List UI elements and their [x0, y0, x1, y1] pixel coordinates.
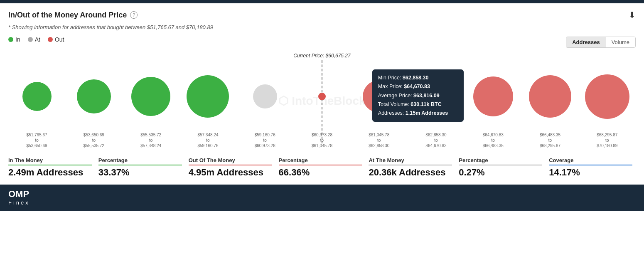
tooltip-vol-label: Total Volume:: [378, 101, 409, 107]
x-label-7: $62,858.30to$64,670.83: [408, 132, 465, 148]
bubble-1: [77, 79, 111, 113]
stats-row: In The Money 2.49m Addresses Percentage …: [8, 152, 636, 178]
bubble-col-9: [521, 75, 578, 118]
bubble-col-4: [236, 84, 293, 108]
stat-value-out-pct: 66.36%: [279, 167, 362, 178]
stat-value-at-pct: 0.27%: [459, 167, 542, 178]
stat-label-at-money: At The Money: [369, 157, 452, 165]
x-label-10: $68,295.87to$70,180.89: [579, 132, 636, 148]
bubble-3: [187, 75, 229, 118]
tooltip-vol-value: 630.11k BTC: [410, 101, 441, 107]
chart-area: Current Price: $60,675.27 ⬡ IntoTheBlock: [8, 53, 636, 148]
x-label-1: $53,650.69to$55,535.72: [65, 132, 122, 148]
footer: OMP Finex: [0, 185, 644, 211]
tooltip-avg-value: $63,916.09: [413, 93, 440, 99]
legend-out: Out: [48, 36, 64, 43]
volume-toggle[interactable]: Volume: [606, 37, 635, 47]
tooltip-total-vol: Total Volume: 630.11k BTC: [378, 100, 458, 109]
bubble-col-8: [465, 76, 521, 116]
legend-row: In At Out: [8, 36, 64, 43]
header-row: In/Out of the Money Around Price ? ⬇: [8, 10, 636, 20]
legend-dot-in: [8, 37, 13, 42]
help-icon[interactable]: ?: [130, 11, 138, 19]
bubble-2: [131, 77, 170, 116]
legend-label-at: At: [35, 36, 40, 43]
stat-value-in-pct: 33.37%: [98, 167, 182, 178]
bubble-col-10: [579, 74, 636, 119]
legend-in: In: [8, 36, 20, 43]
stat-value-out-money: 4.95m Addresses: [189, 167, 272, 178]
tooltip-addresses: Addresses: 1.15m Addresses: [378, 109, 458, 118]
logo-text: OMP: [8, 190, 30, 199]
bubble-col-0: [8, 82, 65, 111]
toggle-buttons: Addresses Volume: [566, 37, 636, 48]
tooltip-min-price: Min Price: $62,858.30: [378, 74, 458, 82]
tooltip-min-value: $62,858.30: [403, 75, 429, 81]
x-label-8: $64,670.83to$66,483.35: [465, 132, 521, 148]
x-label-6: $61,045.78to$62,858.30: [351, 132, 408, 148]
tooltip: Min Price: $62,858.30 Max Price: $64,670…: [372, 69, 464, 122]
subtitle: * Showing information for addresses that…: [8, 24, 636, 30]
stat-label-out-pct: Percentage: [279, 157, 362, 165]
download-icon[interactable]: ⬇: [629, 10, 636, 20]
addresses-toggle[interactable]: Addresses: [566, 37, 605, 47]
stat-col-out-pct: Percentage 66.36%: [275, 157, 366, 178]
main-content: In/Out of the Money Around Price ? ⬇ * S…: [0, 3, 644, 185]
stat-value-in-money: 2.49m Addresses: [8, 167, 92, 178]
logo-sub: Finex: [8, 200, 30, 206]
bubble-col-5: [293, 93, 350, 100]
tooltip-avg-price: Average Price: $63,916.09: [378, 91, 458, 100]
bubble-col-1: [65, 79, 122, 113]
legend-dot-out: [48, 37, 53, 42]
x-label-0: $51,765.67to$53,650.69: [8, 132, 65, 148]
tooltip-max-label: Max Price:: [378, 84, 403, 89]
bubbles-container: [8, 61, 636, 132]
tooltip-addr-label: Addresses:: [378, 110, 404, 116]
legend-label-in: In: [15, 36, 20, 43]
bubble-9: [529, 75, 571, 118]
bubble-8: [473, 76, 513, 116]
stat-value-coverage: 14.17%: [549, 167, 632, 178]
tooltip-max-value: $64,670.83: [404, 84, 430, 89]
stat-label-at-pct: Percentage: [459, 157, 542, 165]
stat-value-at-money: 20.36k Addresses: [369, 167, 452, 178]
logo-area: OMP Finex: [8, 190, 30, 206]
bubble-5: [318, 93, 326, 100]
bubble-4: [253, 84, 277, 108]
stat-col-at-money: At The Money 20.36k Addresses: [365, 157, 455, 178]
x-label-9: $66,483.35to$68,295.87: [521, 132, 578, 148]
legend-label-out: Out: [55, 36, 64, 43]
bubble-col-2: [123, 77, 179, 116]
tooltip-avg-label: Average Price:: [378, 93, 412, 99]
tooltip-max-price: Max Price: $64,670.83: [378, 82, 458, 91]
stat-label-in-pct: Percentage: [98, 157, 182, 165]
x-labels: $51,765.67to$53,650.69 $53,650.69to$55,5…: [8, 132, 636, 148]
x-label-4: $59,160.76to$60,973.28: [236, 132, 293, 148]
title-area: In/Out of the Money Around Price ?: [8, 11, 138, 20]
bubble-col-3: [179, 75, 236, 118]
legend-at: At: [28, 36, 40, 43]
stat-label-out-money: Out Of The Money: [189, 157, 272, 165]
stat-col-at-pct: Percentage 0.27%: [455, 157, 546, 178]
page-title: In/Out of the Money Around Price: [8, 11, 127, 20]
stat-label-in-money: In The Money: [8, 157, 92, 165]
stat-col-out-money: Out Of The Money 4.95m Addresses: [185, 157, 275, 178]
legend-dot-at: [28, 37, 33, 42]
bubble-0: [22, 82, 52, 111]
stat-col-coverage: Coverage 14.17%: [546, 157, 636, 178]
tooltip-min-label: Min Price:: [378, 75, 401, 81]
current-price-label: Current Price: $60,675.27: [293, 53, 350, 59]
x-label-5: $60,973.28to$61,045.78: [293, 132, 350, 148]
x-label-2: $55,535.72to$57,348.24: [123, 132, 179, 148]
stat-col-in-money: In The Money 2.49m Addresses: [8, 157, 95, 178]
stat-col-in-pct: Percentage 33.37%: [95, 157, 185, 178]
tooltip-addr-value: 1.15m Addresses: [406, 110, 448, 116]
x-label-3: $57,348.24to$59,160.76: [179, 132, 236, 148]
top-bar: [0, 0, 644, 3]
bubble-10: [585, 74, 629, 119]
stat-label-coverage: Coverage: [549, 157, 632, 165]
